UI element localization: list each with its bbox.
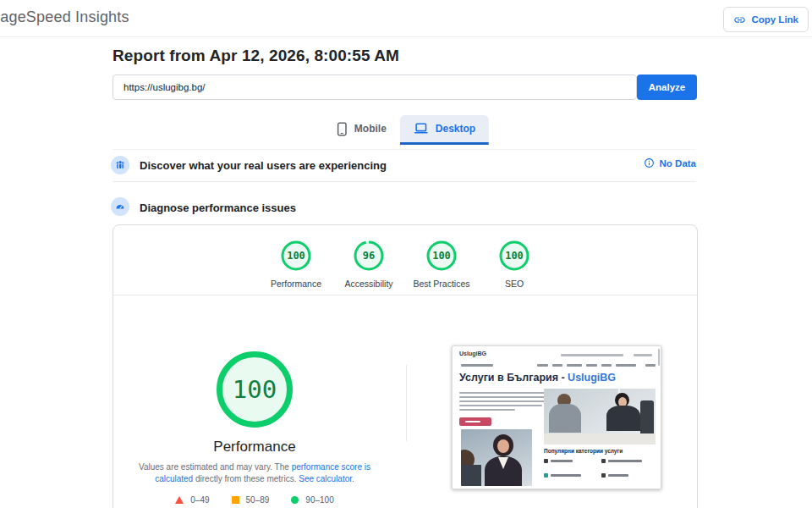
gauge-label: Best Practices	[413, 279, 469, 289]
thumb-nav-item	[552, 364, 562, 367]
report-title: Report from Apr 12, 2026, 8:00:55 AM	[112, 47, 399, 65]
thumb-photo-meeting	[544, 389, 656, 444]
legend-range: 90–100	[305, 495, 333, 505]
legend-range: 0–49	[190, 495, 209, 505]
lab-section-title: Diagnose performance issues	[140, 202, 296, 214]
legend-pass: 90–100	[291, 495, 333, 505]
link-icon	[733, 14, 746, 26]
field-data-section[interactable]: Discover what your real users are experi…	[112, 149, 696, 182]
orange-square-icon	[232, 496, 239, 504]
thumb-photo-woman	[461, 429, 532, 486]
copy-link-label: Copy Link	[751, 14, 798, 25]
tab-desktop[interactable]: Desktop	[400, 115, 489, 145]
thumb-nav-item	[461, 364, 493, 367]
device-tabs: Mobile Desktop	[323, 115, 489, 145]
real-users-icon	[111, 156, 129, 174]
green-circle-icon	[291, 496, 299, 504]
thumb-paragraph-line	[459, 409, 515, 411]
score-gauge-accessibility[interactable]: 96 Accessibility	[332, 240, 405, 289]
no-data-status[interactable]: No Data	[644, 157, 696, 168]
no-data-label: No Data	[660, 158, 696, 168]
footnote-text: directly from these metrics.	[193, 474, 299, 483]
score-gauge-performance[interactable]: 100 Performance	[260, 240, 332, 289]
score-footnote: Values are estimated and may vary. The p…	[128, 461, 381, 485]
footnote-text: Values are estimated and may vary. The	[139, 462, 292, 472]
thumb-paragraph-line	[459, 396, 554, 398]
field-section-title: Discover what your real users are experi…	[140, 159, 387, 172]
diagnose-gauge-icon	[111, 197, 129, 216]
thumb-nav-item	[601, 364, 612, 367]
gauge-label: Accessibility	[344, 279, 392, 289]
score-legend: 0–49 50–89 90–100	[128, 495, 381, 505]
thumb-category-label	[551, 474, 581, 477]
analyze-button[interactable]: Analyze	[637, 75, 697, 100]
thumb-nav-item	[567, 364, 582, 367]
performance-section-title: Performance	[170, 439, 339, 456]
page-screenshot-thumbnail: UslugiBG Услуги в България - UslugiBG	[452, 345, 661, 489]
app-header: PageSpeed Insights Copy Link	[0, 0, 812, 37]
thumb-site-logo: UslugiBG	[459, 351, 486, 356]
legend-average: 50–89	[232, 495, 270, 505]
vertical-divider	[406, 365, 407, 441]
thumb-cta-button	[459, 417, 491, 426]
thumb-category-label	[551, 460, 573, 462]
thumb-scrollbar	[658, 349, 661, 366]
performance-score-gauge: 100	[216, 351, 294, 428]
card-divider	[113, 295, 697, 295]
report-card: 100 Performance 96 Accessibility	[112, 224, 698, 508]
thumb-paragraph-line	[459, 405, 542, 406]
thumb-topbar-link	[634, 354, 652, 356]
thumb-nav-item	[616, 364, 636, 367]
gauge-score: 100	[425, 240, 458, 272]
pagespeed-insights-page: PageSpeed Insights Copy Link Report from…	[0, 0, 812, 508]
url-input[interactable]	[112, 75, 637, 100]
score-gauge-best-practices[interactable]: 100 Best Practices	[405, 240, 478, 289]
gauge-label: Performance	[271, 279, 321, 289]
performance-score-value: 100	[216, 351, 294, 428]
lab-data-section-header: Diagnose performance issues	[112, 193, 696, 222]
tab-desktop-label: Desktop	[436, 123, 475, 135]
thumb-nav-item	[586, 364, 597, 367]
mobile-phone-icon	[337, 122, 348, 136]
category-scores-row: 100 Performance 96 Accessibility	[113, 240, 697, 289]
thumb-nav-item	[537, 364, 548, 367]
red-triangle-icon	[175, 496, 184, 504]
tab-mobile[interactable]: Mobile	[323, 115, 400, 145]
thumb-topbar-text	[561, 354, 623, 356]
gauge-score: 100	[498, 240, 530, 272]
thumb-category-icon	[544, 473, 548, 478]
thumb-page-heading: Услуги в България - UslugiBG	[459, 372, 616, 384]
thumb-category-label	[608, 474, 628, 477]
see-calculator-link[interactable]: See calculator.	[299, 474, 354, 483]
thumb-category-label	[608, 460, 642, 462]
gauge-label: SEO	[505, 279, 524, 289]
thumb-nav-item	[645, 364, 656, 367]
legend-range: 50–89	[246, 495, 270, 505]
thumb-category-icon	[544, 459, 548, 463]
info-icon	[644, 157, 655, 168]
thumb-categories-title: Популярни категории услуги	[544, 448, 623, 454]
thumb-category-icon	[601, 473, 606, 478]
score-gauge-seo[interactable]: 100 SEO	[478, 240, 551, 289]
tab-mobile-label: Mobile	[354, 123, 387, 135]
copy-link-button[interactable]: Copy Link	[723, 7, 809, 32]
legend-fail: 0–49	[175, 495, 209, 505]
gauge-score: 100	[280, 240, 312, 272]
app-title: PageSpeed Insights	[0, 8, 129, 26]
thumb-category-icon	[601, 459, 606, 463]
gauge-score: 96	[353, 240, 385, 272]
thumb-heading-accent: UslugiBG	[568, 372, 616, 384]
thumb-heading-dark: Услуги в България -	[459, 372, 568, 384]
desktop-laptop-icon	[414, 123, 429, 135]
